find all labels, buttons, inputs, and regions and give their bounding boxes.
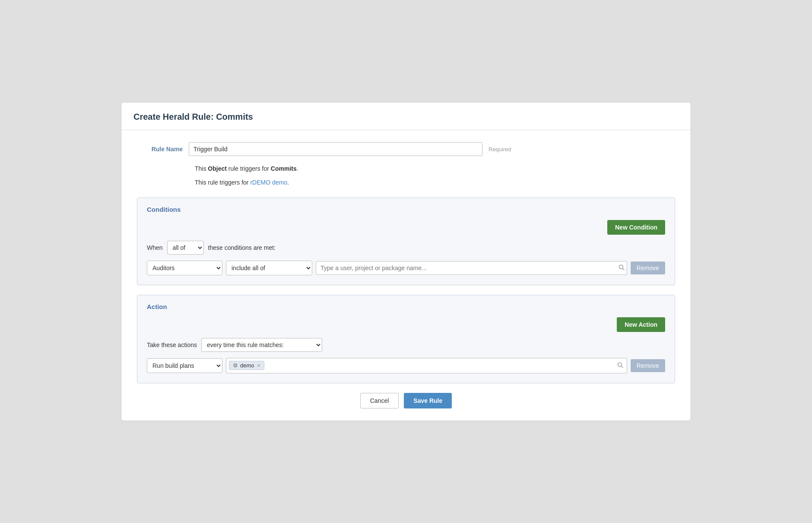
field-select[interactable]: Auditors Author Committer Repository <box>147 261 222 275</box>
when-select[interactable]: all of any of none of <box>167 241 204 255</box>
desc2-pre: This rule triggers for <box>195 179 250 186</box>
conditions-toolbar: New Condition <box>147 220 665 235</box>
take-actions-label: Take these actions <box>147 341 197 348</box>
condition-search-icon-btn[interactable] <box>619 264 625 271</box>
rule-name-input[interactable] <box>189 142 482 156</box>
condition-remove-button[interactable]: Remove <box>631 262 665 274</box>
desc1-mid: rule triggers for <box>227 165 271 172</box>
condition-value-input[interactable] <box>316 261 627 275</box>
new-action-button[interactable]: New Action <box>617 317 665 332</box>
when-label: When <box>147 244 163 251</box>
new-condition-button[interactable]: New Condition <box>607 220 665 235</box>
search-icon <box>617 362 623 368</box>
cancel-button[interactable]: Cancel <box>360 393 399 408</box>
action-remove-button[interactable]: Remove <box>631 359 665 372</box>
repo-link[interactable]: rDEMO demo <box>250 179 287 186</box>
conditions-section: Conditions New Condition When all of any… <box>137 198 675 285</box>
action-section: Action New Action Take these actions eve… <box>137 295 675 383</box>
action-token-demo: ⚙ demo × <box>229 361 264 370</box>
form-footer: Cancel Save Rule <box>137 393 675 408</box>
action-toolbar: New Action <box>147 317 665 332</box>
action-value-wrap[interactable]: ⚙ demo × <box>226 358 627 373</box>
action-type-select[interactable]: Run build plans Send Email Add Subscribe… <box>147 358 222 373</box>
desc1-bold2: Commits <box>271 165 297 172</box>
save-rule-button[interactable]: Save Rule <box>404 393 452 408</box>
page-title: Create Herald Rule: Commits <box>133 112 679 122</box>
conditions-met-label: these conditions are met: <box>208 244 276 251</box>
rule-description-line1: This Object rule triggers for Commits. <box>137 164 675 174</box>
rule-name-label: Rule Name <box>137 146 189 153</box>
required-label: Required <box>488 146 511 153</box>
condition-value-wrap <box>316 261 627 275</box>
page-body: Rule Name Required This Object rule trig… <box>121 130 691 421</box>
svg-line-1 <box>622 268 624 270</box>
desc1-pre: This <box>195 165 208 172</box>
action-search-icon <box>617 362 623 369</box>
action-row-1: Run build plans Send Email Add Subscribe… <box>147 358 665 373</box>
page-container: Create Herald Rule: Commits Rule Name Re… <box>121 102 691 421</box>
desc1-bold1: Object <box>208 165 227 172</box>
condition-row-1: Auditors Author Committer Repository inc… <box>147 261 665 275</box>
search-icon <box>619 264 625 270</box>
token-project-icon: ⚙ <box>233 362 238 369</box>
token-remove-button[interactable]: × <box>257 363 260 369</box>
operator-select[interactable]: include all of include any of do not inc… <box>226 261 312 275</box>
frequency-select[interactable]: every time this rule matches: only the f… <box>201 338 322 352</box>
rule-name-row: Rule Name Required <box>137 142 675 156</box>
svg-line-3 <box>621 366 623 368</box>
when-row: When all of any of none of these conditi… <box>147 241 665 255</box>
action-title: Action <box>147 303 665 310</box>
desc2-post: . <box>287 179 289 186</box>
page-header: Create Herald Rule: Commits <box>121 102 691 130</box>
take-actions-row: Take these actions every time this rule … <box>147 338 665 352</box>
desc1-post: . <box>297 165 298 172</box>
conditions-title: Conditions <box>147 206 665 213</box>
rule-description-line2: This rule triggers for rDEMO demo. <box>137 178 675 188</box>
token-label: demo <box>240 362 254 369</box>
